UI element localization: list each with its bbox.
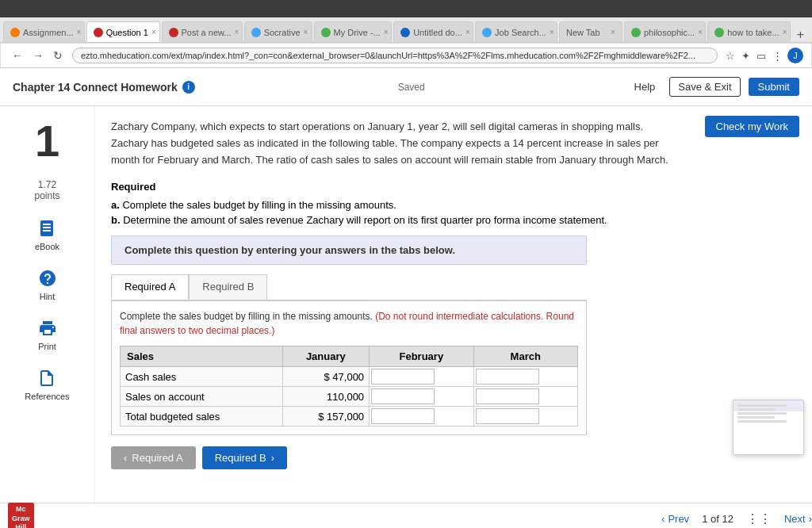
table-container: Complete the sales budget by filling in …: [111, 300, 587, 435]
row-on-account-jan-value: 110,000: [282, 387, 370, 407]
col-header-sales: Sales: [121, 346, 283, 367]
ebook-tool[interactable]: eBook: [35, 217, 59, 251]
tab-icon: [10, 28, 20, 37]
url-input[interactable]: [72, 48, 718, 63]
tab-close-icon[interactable]: ×: [235, 28, 239, 36]
check-work-button[interactable]: Check my Work: [705, 116, 800, 137]
tab-icon: [631, 28, 641, 37]
references-tool[interactable]: References: [25, 367, 69, 401]
tab-close-icon[interactable]: ×: [304, 28, 308, 36]
preview-thumbnail: [733, 400, 804, 455]
instruction-box: Complete this question by entering your …: [111, 235, 587, 265]
row-on-account-feb-cell[interactable]: [370, 387, 473, 407]
warning-text: Complete the sales budget by filling in …: [120, 309, 578, 338]
tab-close-icon[interactable]: ×: [550, 28, 554, 36]
row-cash-sales-label: Cash sales: [121, 367, 283, 387]
refresh-button[interactable]: ↻: [50, 48, 66, 63]
tab-icon: [482, 28, 492, 37]
row-cash-sales-feb-cell[interactable]: [370, 367, 473, 387]
new-tab-button[interactable]: +: [792, 28, 809, 42]
points-value: 1.72: [34, 179, 59, 190]
tab-close-icon[interactable]: ×: [783, 28, 787, 36]
references-label: References: [25, 392, 69, 401]
cash-sales-mar-input[interactable]: [476, 369, 539, 385]
header-actions: Help Save & Exit Submit: [628, 77, 799, 97]
references-icon: [36, 367, 58, 389]
ebook-label: eBook: [35, 242, 59, 251]
content-tabs: Required A Required B: [111, 274, 587, 300]
required-heading: Required: [111, 181, 796, 193]
tab-label: Untitled do...: [413, 28, 462, 37]
tab-drive[interactable]: My Drive -... ×: [314, 21, 393, 42]
total-mar-input[interactable]: [476, 408, 539, 424]
save-exit-button[interactable]: Save & Exit: [669, 77, 740, 97]
total-pages: 12: [722, 513, 733, 525]
info-icon[interactable]: i: [182, 81, 195, 94]
nav-buttons: ‹ Required A Required B ›: [111, 446, 587, 469]
bottom-bar: McGrawHill ‹ Prev 1 of 12 ⋮⋮ Next ›: [0, 503, 812, 528]
tab-newtab[interactable]: New Tab ×: [559, 21, 622, 42]
row-total-mar-cell[interactable]: [473, 407, 577, 427]
row-on-account-mar-cell[interactable]: [473, 387, 577, 407]
hint-label: Hint: [40, 292, 56, 301]
tab-close-icon[interactable]: ×: [77, 28, 82, 36]
cash-sales-feb-input[interactable]: [371, 369, 435, 385]
hint-tool[interactable]: Hint: [36, 267, 59, 301]
row-total-feb-cell[interactable]: [370, 407, 473, 427]
tab-close-icon[interactable]: ×: [384, 28, 389, 36]
tab-docs[interactable]: Untitled do... ×: [393, 21, 473, 42]
tab-label: Assignmen...: [23, 28, 74, 37]
row-cash-sales-jan-dollar: $ 47,000: [282, 367, 370, 387]
prev-button[interactable]: ‹ Prev: [661, 513, 689, 525]
tab-question1[interactable]: Question 1 ×: [86, 21, 160, 42]
menu-icon[interactable]: ⋮: [771, 48, 784, 63]
next-button[interactable]: Next ›: [784, 513, 812, 525]
row-total-label: Total budgeted sales: [121, 407, 283, 427]
print-tool[interactable]: Print: [36, 317, 59, 351]
of-label: of: [710, 513, 719, 525]
points-label: points: [34, 190, 59, 201]
table-row: Cash sales $ 47,000: [121, 367, 578, 387]
submit-button[interactable]: Submit: [749, 78, 799, 96]
tab-jobsearch[interactable]: Job Search... ×: [475, 21, 557, 42]
tab-icon: [714, 28, 724, 37]
tab-close-icon[interactable]: ×: [151, 28, 156, 36]
tab-close-icon[interactable]: ×: [698, 28, 703, 36]
tab-required-b[interactable]: Required B: [189, 274, 267, 300]
forward-button[interactable]: →: [29, 48, 47, 63]
tab-philosophy[interactable]: philosophic... ×: [624, 21, 706, 42]
browser-titlebar: [0, 0, 812, 17]
tab-post[interactable]: Post a new... ×: [162, 21, 243, 42]
sidebar: 1 1.72 points eBook Hint Print: [0, 106, 95, 503]
sales-budget-table: Sales January February March Cash sales …: [120, 346, 578, 427]
tab-label: Job Search...: [495, 28, 546, 37]
tab-close-icon[interactable]: ×: [465, 28, 470, 36]
tab-close-icon[interactable]: ×: [611, 28, 615, 36]
mcgraw-hill-logo: McGrawHill: [8, 503, 34, 528]
back-button[interactable]: ←: [9, 48, 26, 63]
tab-assignments[interactable]: Assignmen... ×: [3, 21, 85, 42]
tab-bar: Assignmen... × Question 1 × Post a new..…: [0, 17, 812, 43]
required-a-button[interactable]: ‹ Required A: [111, 446, 196, 469]
on-account-feb-input[interactable]: [371, 388, 435, 404]
on-account-mar-input[interactable]: [476, 388, 539, 404]
content-area: Check my Work Zachary Company, which exp…: [95, 106, 812, 503]
help-button[interactable]: Help: [628, 78, 662, 96]
req-b-text: b. Determine the amount of sales revenue…: [111, 214, 796, 226]
tab-label: My Drive -...: [334, 28, 381, 37]
tab-label: Question 1: [106, 28, 148, 37]
tab-label: philosophic...: [644, 28, 695, 37]
tab-socrative[interactable]: Socrative ×: [244, 21, 312, 42]
star-icon[interactable]: ✦: [740, 48, 752, 63]
tab-required-a[interactable]: Required A: [111, 274, 189, 300]
req-a-text: a. Complete the sales budget by filling …: [111, 199, 796, 211]
tab-icon: [400, 28, 410, 37]
tab-howtotake[interactable]: how to take... ×: [707, 21, 790, 42]
row-cash-sales-mar-cell[interactable]: [473, 367, 577, 387]
tab-icon: [321, 28, 331, 37]
required-b-button[interactable]: Required B ›: [202, 446, 287, 469]
cast-icon[interactable]: ▭: [755, 48, 768, 63]
bookmark-icon[interactable]: ☆: [724, 48, 737, 63]
grid-icon[interactable]: ⋮⋮: [746, 511, 772, 526]
total-feb-input[interactable]: [371, 408, 435, 424]
